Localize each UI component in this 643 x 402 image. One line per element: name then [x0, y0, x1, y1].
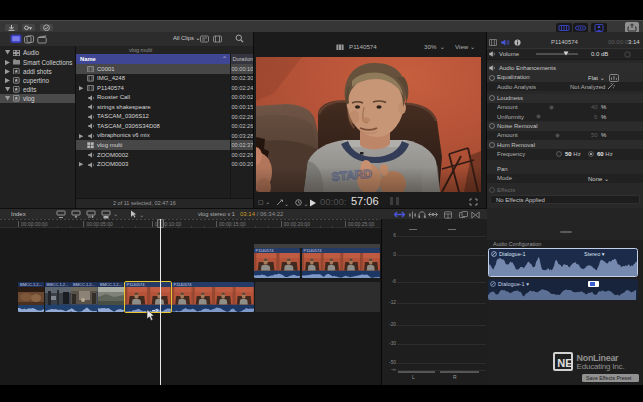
svg-text:⌄: ⌄ — [284, 200, 289, 206]
svg-text:⌄: ⌄ — [139, 211, 144, 218]
svg-text:⌄: ⌄ — [304, 200, 309, 206]
